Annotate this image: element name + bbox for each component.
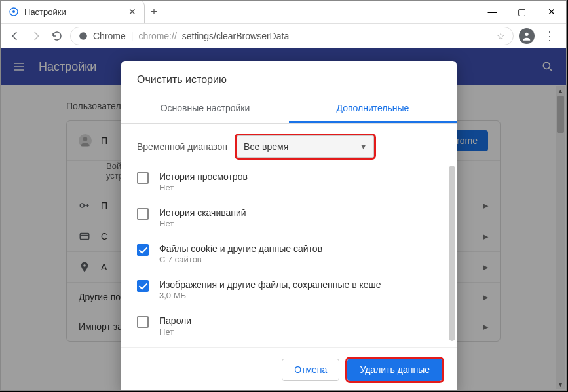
option-subtitle: Нет <box>159 327 191 338</box>
checkbox[interactable] <box>137 208 149 220</box>
titlebar: Настройки ✕ + — ▢ ✕ <box>1 1 566 24</box>
option-subtitle: Нет <box>159 219 246 230</box>
profile-avatar[interactable] <box>519 28 535 44</box>
clear-data-button[interactable]: Удалить данные <box>347 359 442 381</box>
chrome-icon <box>79 31 88 41</box>
cancel-button[interactable]: Отмена <box>282 359 339 381</box>
option-subtitle: 3,0 МБ <box>159 291 381 302</box>
dialog-scroll-thumb[interactable] <box>449 166 455 341</box>
time-range-value: Все время <box>244 141 288 152</box>
option-row: История просмотровНет <box>137 167 441 203</box>
option-title: История просмотров <box>159 171 248 183</box>
close-tab-icon[interactable]: ✕ <box>128 7 136 17</box>
time-range-label: Временной диапазон <box>137 141 227 152</box>
checkbox[interactable] <box>137 316 149 328</box>
new-tab-button[interactable]: + <box>145 5 163 19</box>
clear-browsing-dialog: Очистить историю Основные настройки Допо… <box>121 61 457 391</box>
options-list: История просмотровНетИстория скачиванийН… <box>137 167 441 345</box>
maximize-button[interactable]: ▢ <box>507 1 537 24</box>
tab-advanced[interactable]: Дополнительные <box>289 95 457 123</box>
reload-button[interactable] <box>49 28 65 44</box>
window-controls: — ▢ ✕ <box>478 1 566 24</box>
back-button[interactable] <box>7 28 23 44</box>
address-bar[interactable]: Chrome | chrome://settings/clearBrowserD… <box>70 27 514 45</box>
time-range-row: Временной диапазон Все время ▼ <box>137 132 441 167</box>
chevron-down-icon: ▼ <box>360 143 367 151</box>
option-subtitle: Нет <box>159 183 248 194</box>
toolbar: Chrome | chrome://settings/clearBrowserD… <box>1 24 566 48</box>
option-title: История скачиваний <box>159 207 246 219</box>
option-title: Файлы cookie и другие данные сайтов <box>159 243 322 255</box>
dialog-body: Временной диапазон Все время ▼ История п… <box>121 124 457 347</box>
close-window-button[interactable]: ✕ <box>537 1 566 24</box>
tab-title: Настройки <box>24 7 66 17</box>
option-row: ПаролиНет <box>137 311 441 345</box>
option-row: Файлы cookie и другие данные сайтовС 7 с… <box>137 239 441 275</box>
option-row: История скачиванийНет <box>137 203 441 239</box>
tab-basic[interactable]: Основные настройки <box>121 95 289 123</box>
svg-point-1 <box>12 10 15 13</box>
browser-window: Настройки ✕ + — ▢ ✕ Chrome | chrome://se… <box>0 0 567 391</box>
option-title: Изображения и другие файлы, сохраненные … <box>159 279 381 291</box>
url-path: settings/clearBrowserData <box>182 31 289 41</box>
dialog-footer: Отмена Удалить данные <box>121 347 457 391</box>
menu-button[interactable]: ⋮ <box>540 29 559 43</box>
checkbox[interactable] <box>137 244 149 256</box>
dialog-tabs: Основные настройки Дополнительные <box>121 95 457 124</box>
forward-button[interactable] <box>28 28 44 44</box>
dialog-scrollbar[interactable] <box>449 166 455 359</box>
checkbox[interactable] <box>137 280 149 292</box>
option-row: Изображения и другие файлы, сохраненные … <box>137 275 441 311</box>
browser-tab[interactable]: Настройки ✕ <box>1 1 145 23</box>
gear-icon <box>9 7 19 17</box>
url-host: Chrome <box>93 31 126 41</box>
url-prefix: chrome:// <box>138 31 176 41</box>
svg-point-2 <box>79 32 87 40</box>
minimize-button[interactable]: — <box>478 1 507 24</box>
svg-point-3 <box>525 32 528 35</box>
dialog-title: Очистить историю <box>121 61 457 95</box>
time-range-select[interactable]: Все время ▼ <box>237 135 374 158</box>
checkbox[interactable] <box>137 172 149 184</box>
option-title: Пароли <box>159 315 191 327</box>
option-subtitle: С 7 сайтов <box>159 255 322 266</box>
bookmark-star-icon[interactable]: ☆ <box>497 31 505 41</box>
